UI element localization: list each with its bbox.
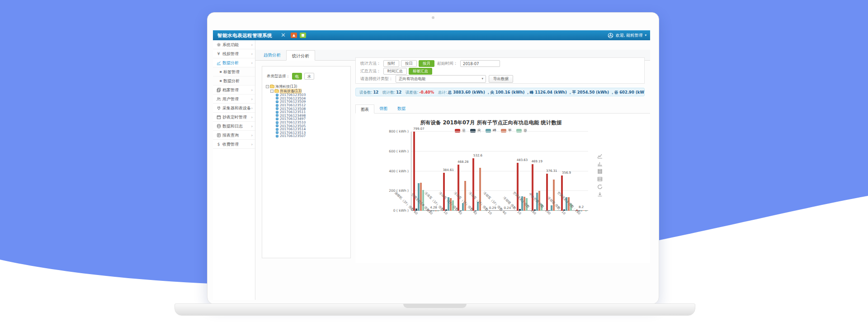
logo-x-icon: ✕ xyxy=(281,30,286,40)
start-time-input[interactable] xyxy=(460,60,500,67)
gear-icon xyxy=(216,43,221,47)
device-icon xyxy=(276,107,278,110)
method-button-按日[interactable]: 按日 xyxy=(401,60,417,67)
bar-chart-icon[interactable] xyxy=(597,161,603,166)
device-icon xyxy=(276,97,278,100)
device-icon xyxy=(276,121,278,124)
chevron-right-icon: › xyxy=(251,113,253,122)
method-label: 统计方法： xyxy=(360,61,381,66)
collapse-icon[interactable]: - xyxy=(270,90,274,93)
export-data-button[interactable]: 导出数据 xyxy=(489,75,513,83)
tree-device-node[interactable]: 201706123507 xyxy=(276,134,350,138)
schedule-icon xyxy=(216,115,221,119)
restore-icon[interactable] xyxy=(597,184,603,190)
device-icon xyxy=(276,131,278,134)
bar-总 xyxy=(458,165,459,211)
sidebar-item-档案管理[interactable]: 档案管理› xyxy=(213,85,255,95)
bar-value-label: 356.9 xyxy=(559,171,574,175)
line-chart-icon[interactable] xyxy=(597,153,603,159)
electric-badge-icon[interactable] xyxy=(291,33,297,38)
method-button-按时[interactable]: 按时 xyxy=(383,60,399,67)
sidebar-item-用户管理[interactable]: 用户管理› xyxy=(213,95,255,104)
wheel-icon xyxy=(608,33,613,38)
method-button-按月[interactable]: 按月 xyxy=(419,60,434,67)
bar-总 xyxy=(546,174,548,211)
device-list: 2017061235032017061235042017061235092017… xyxy=(276,93,350,138)
bar-总 xyxy=(517,163,519,211)
save-image-icon[interactable] xyxy=(597,192,603,197)
sidebar-item-数据分析[interactable]: 数据分析› xyxy=(213,58,255,67)
chart-tab-数据[interactable]: 数据 xyxy=(392,104,410,113)
chevron-right-icon: › xyxy=(251,40,253,49)
chart-tab-饼图[interactable]: 饼图 xyxy=(374,104,392,113)
device-count-value: 12 xyxy=(373,90,378,95)
welcome-text: 欢迎, 能耗管理 xyxy=(616,33,643,38)
stats-summary-bar: 设备数:12 统计数:12 误差值:-0.40% 总计:总 3883.60 (k… xyxy=(355,88,645,96)
meter-type-buttons: 电水 xyxy=(292,73,314,80)
chart-line-icon xyxy=(216,61,221,65)
chevron-right-icon: › xyxy=(251,95,253,104)
sidebar-item-标签管理[interactable]: ▪标签管理 xyxy=(213,67,255,76)
laptop-mockup: 智能水电表远程管理系统 ✕ 欢迎, 能耗管理 ▾ 系统功能›¥线损管理›数据分析… xyxy=(0,0,868,327)
sidebar-item-数据分析[interactable]: ▪数据分析 xyxy=(213,76,255,85)
device-count-label: 设备数: xyxy=(359,90,372,95)
user-menu[interactable]: 欢迎, 能耗管理 ▾ xyxy=(608,30,646,40)
sidebar-item-线损管理[interactable]: ¥线损管理› xyxy=(213,49,255,58)
meter-type-button-水[interactable]: 水 xyxy=(304,73,314,80)
laptop-screen: 智能水电表远程管理系统 ✕ 欢迎, 能耗管理 ▾ 系统功能›¥线损管理›数据分析… xyxy=(207,12,659,304)
stat-type-value: 正向有功总电能 xyxy=(399,76,426,81)
bar-value-label: 469.19 xyxy=(529,160,545,163)
sidebar-item-label: 数据和日志 xyxy=(222,122,243,131)
error-value: -0.40% xyxy=(419,90,434,95)
chart-toolbox xyxy=(597,153,603,197)
y-axis-label: 400 ( kWh ) xyxy=(380,169,409,173)
device-icon xyxy=(276,135,278,137)
chevron-right-icon: › xyxy=(251,49,253,58)
sidebar-item-label: 收费管理 xyxy=(222,140,239,149)
meter-type-button-电[interactable]: 电 xyxy=(292,73,302,80)
bar-谷 xyxy=(481,210,483,211)
summary-button-时间汇总[interactable]: 时间汇总 xyxy=(383,68,407,75)
summary-button-标签汇总[interactable]: 标签汇总 xyxy=(409,68,432,75)
bar-总 xyxy=(443,173,445,211)
select-caret-icon: ▾ xyxy=(481,76,483,82)
chart-view-tabs: 图表饼图数据 xyxy=(355,104,650,114)
sidebar-item-报表查询[interactable]: 报表查询› xyxy=(213,131,255,140)
stack-icon[interactable] xyxy=(597,169,603,174)
subtab-趋势分析[interactable]: 趋势分析 xyxy=(258,50,286,60)
start-time-label: 起始时间： xyxy=(437,61,458,66)
sidebar-item-数据和日志[interactable]: 数据和日志› xyxy=(213,122,255,131)
sidebar-item-label: 抄表定时管理 xyxy=(222,113,247,122)
report-icon xyxy=(216,133,221,137)
water-badge-icon[interactable] xyxy=(300,33,306,38)
bar-谷 xyxy=(467,210,468,211)
sidebar-item-收费管理[interactable]: $收费管理› xyxy=(213,140,255,149)
sidebar: 系统功能›¥线损管理›数据分析›▪标签管理▪数据分析档案管理›用户管理›采集器和… xyxy=(213,40,255,300)
chart-tab-图表[interactable]: 图表 xyxy=(355,104,374,114)
device-icon xyxy=(276,100,278,103)
tree-root-node[interactable]: - 海博科技(13) xyxy=(266,84,350,89)
app-header: 智能水电表远程管理系统 ✕ 欢迎, 能耗管理 ▾ xyxy=(213,30,650,40)
sidebar-item-采集器和表设备[interactable]: 采集器和表设备› xyxy=(213,104,255,113)
data-view-icon[interactable] xyxy=(597,176,603,182)
app-window: 智能水电表远程管理系统 ✕ 欢迎, 能耗管理 ▾ 系统功能›¥线损管理›数据分析… xyxy=(213,30,650,300)
collapse-icon[interactable]: - xyxy=(266,85,269,88)
subtab-统计分析[interactable]: 统计分析 xyxy=(286,50,315,61)
meter-type-label: 表类型选择： xyxy=(267,74,290,79)
device-icon xyxy=(276,118,278,120)
error-label: 误差值: xyxy=(406,90,418,95)
chevron-right-icon: › xyxy=(251,58,253,67)
app-title: 智能水电表远程管理系统 xyxy=(217,30,272,40)
bar-value-label: 384.61 xyxy=(441,168,456,172)
sidebar-item-抄表定时管理[interactable]: 抄表定时管理› xyxy=(213,113,255,122)
chevron-right-icon: › xyxy=(251,122,253,131)
device-tree: - 海博科技(13) - 所有设备(13) 201706123503201706… xyxy=(266,84,350,138)
stat-count-label: 统计数: xyxy=(382,90,395,95)
sidebar-item-label: 用户管理 xyxy=(222,95,239,104)
folder-icon xyxy=(274,90,279,93)
sidebar-item-系统功能[interactable]: 系统功能› xyxy=(213,40,255,49)
dollar-icon: $ xyxy=(216,140,221,149)
summary-label: 汇总方法： xyxy=(360,68,381,74)
stat-type-select[interactable]: 正向有功总电能 ▾ xyxy=(396,75,486,83)
users-icon xyxy=(216,97,221,101)
